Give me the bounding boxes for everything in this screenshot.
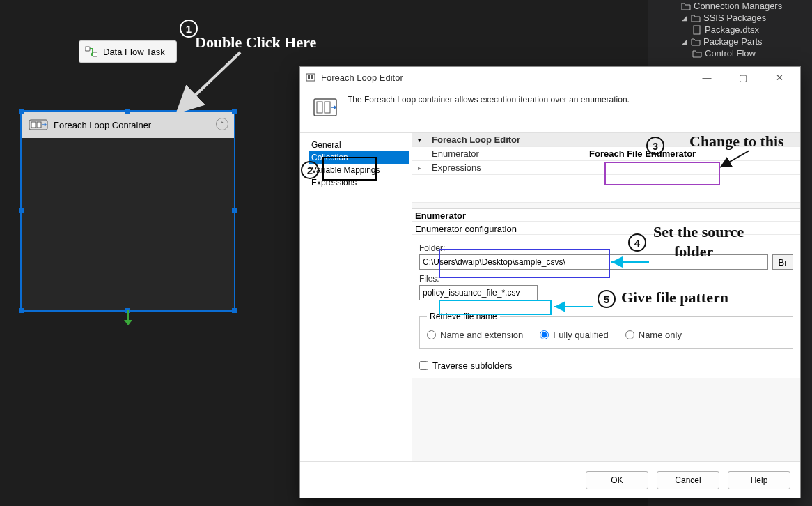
svg-rect-1	[93, 52, 97, 56]
prop-group[interactable]: ▾ Foreach Loop Editor	[412, 133, 800, 147]
radio-label: Fully qualified	[553, 330, 609, 340]
selection-handle[interactable]	[19, 208, 24, 213]
selection-handle[interactable]	[19, 109, 24, 114]
dialog-description: The Foreach Loop container allows execut…	[300, 88, 800, 133]
chevron-right-icon[interactable]: ▸	[418, 164, 421, 171]
data-flow-task-label: Data Flow Task	[103, 47, 165, 57]
chevron-down-icon[interactable]: ▾	[418, 137, 421, 144]
folder-icon	[691, 13, 701, 23]
folder-input[interactable]	[419, 254, 768, 270]
nav-collection[interactable]: Collection	[309, 151, 409, 164]
tree-label: SSIS Packages	[703, 13, 766, 23]
radio-name-and-extension[interactable]: Name and extension	[427, 330, 523, 340]
folder-icon	[692, 49, 702, 59]
radio-name-only[interactable]: Name only	[625, 330, 682, 340]
close-button[interactable]: ✕	[764, 68, 795, 87]
svg-rect-3	[31, 122, 36, 128]
enumerator-config-heading: Enumerator configuration	[412, 222, 800, 235]
retrieve-legend: Retrieve file name	[427, 312, 500, 321]
radio-label: Name and extension	[440, 330, 523, 340]
ok-button[interactable]: OK	[586, 471, 648, 489]
maximize-button[interactable]: ▢	[728, 68, 758, 87]
help-button[interactable]: Help	[728, 471, 790, 489]
tree-control-flow[interactable]: Control Flow	[649, 47, 811, 59]
svg-rect-10	[311, 75, 313, 79]
nav-general[interactable]: General	[309, 139, 409, 151]
tree-label: Connection Managers	[694, 1, 782, 11]
selection-handle[interactable]	[232, 208, 237, 213]
dialog-description-text: The Foreach Loop container allows execut…	[348, 95, 630, 105]
tree-label: Package Parts	[703, 36, 763, 47]
selection-handle[interactable]	[125, 109, 130, 114]
foreach-icon	[29, 118, 48, 132]
enumerator-heading: Enumerator	[415, 210, 466, 221]
browse-folder-button[interactable]: Br	[772, 254, 793, 270]
prop-key: Expressions	[412, 162, 586, 173]
dialog-titlebar[interactable]: Foreach Loop Editor — ▢ ✕	[300, 67, 800, 88]
svg-marker-6	[124, 320, 132, 325]
file-icon	[692, 25, 702, 35]
foreach-header[interactable]: Foreach Loop Container ⌃	[22, 112, 234, 138]
svg-rect-0	[85, 47, 90, 51]
radio-label: Name only	[639, 330, 682, 340]
prop-key: Enumerator	[412, 148, 586, 159]
folder-icon	[681, 1, 691, 11]
expand-icon[interactable]: ◢	[681, 14, 688, 22]
dialog-button-row: OK Cancel Help	[300, 461, 800, 498]
dialog-nav: General Collection Variable Mappings Exp…	[300, 133, 412, 461]
tree-label: Package.dtsx	[705, 24, 759, 35]
dialog-title: Foreach Loop Editor	[321, 72, 403, 83]
foreach-loop-editor-dialog: Foreach Loop Editor — ▢ ✕ The Foreach Lo…	[299, 66, 801, 498]
cancel-button[interactable]: Cancel	[657, 471, 719, 489]
dialog-icon	[306, 72, 315, 82]
prop-enumerator-value[interactable]: Foreach File Enumerator	[586, 148, 800, 159]
radio-fully-qualified[interactable]: Fully qualified	[540, 330, 609, 340]
tree-package-dtsx[interactable]: Package.dtsx	[649, 24, 811, 36]
nav-variable-mappings[interactable]: Variable Mappings	[309, 164, 409, 176]
prop-expressions[interactable]: ▸ Expressions	[412, 161, 800, 175]
dialog-main-panel: ▾ Foreach Loop Editor Enumerator Foreach…	[412, 133, 800, 461]
traverse-label: Traverse subfolders	[432, 360, 512, 371]
svg-rect-9	[308, 75, 310, 79]
minimize-button[interactable]: —	[692, 68, 722, 87]
svg-rect-4	[37, 122, 41, 128]
tree-label: Control Flow	[705, 48, 756, 59]
prop-enumerator[interactable]: Enumerator Foreach File Enumerator	[412, 147, 800, 161]
svg-rect-7	[694, 26, 700, 34]
files-label: Files:	[419, 274, 793, 284]
traverse-subfolders-checkbox[interactable]	[419, 361, 428, 370]
files-input[interactable]	[419, 285, 538, 300]
svg-rect-13	[325, 102, 330, 113]
selection-handle[interactable]	[232, 308, 237, 313]
folder-label: Folder:	[419, 243, 793, 253]
tree-ssis-packages[interactable]: ◢ SSIS Packages	[649, 12, 811, 24]
retrieve-filename-group: Retrieve file name Name and extension Fu…	[419, 312, 793, 349]
selection-handle[interactable]	[19, 308, 24, 313]
foreach-large-icon	[313, 95, 338, 120]
foreach-container-label: Foreach Loop Container	[54, 120, 151, 130]
property-grid: ▾ Foreach Loop Editor Enumerator Foreach…	[412, 133, 800, 203]
collapse-icon[interactable]: ⌃	[216, 118, 228, 130]
prop-group-label: Foreach Loop Editor	[412, 135, 586, 145]
tree-connection-managers[interactable]: Connection Managers	[649, 0, 811, 12]
selection-handle[interactable]	[232, 109, 237, 114]
foreach-loop-container[interactable]: Foreach Loop Container ⌃	[20, 110, 235, 312]
data-flow-icon	[85, 45, 97, 58]
nav-expressions[interactable]: Expressions	[309, 176, 409, 189]
data-flow-task-node[interactable]: Data Flow Task	[79, 40, 177, 63]
tree-package-parts[interactable]: ◢ Package Parts	[649, 36, 811, 47]
expand-icon[interactable]: ◢	[681, 38, 688, 45]
folder-icon	[691, 37, 701, 47]
svg-rect-8	[306, 74, 315, 81]
svg-rect-12	[317, 102, 322, 113]
connector-arrow-icon[interactable]	[123, 310, 134, 327]
